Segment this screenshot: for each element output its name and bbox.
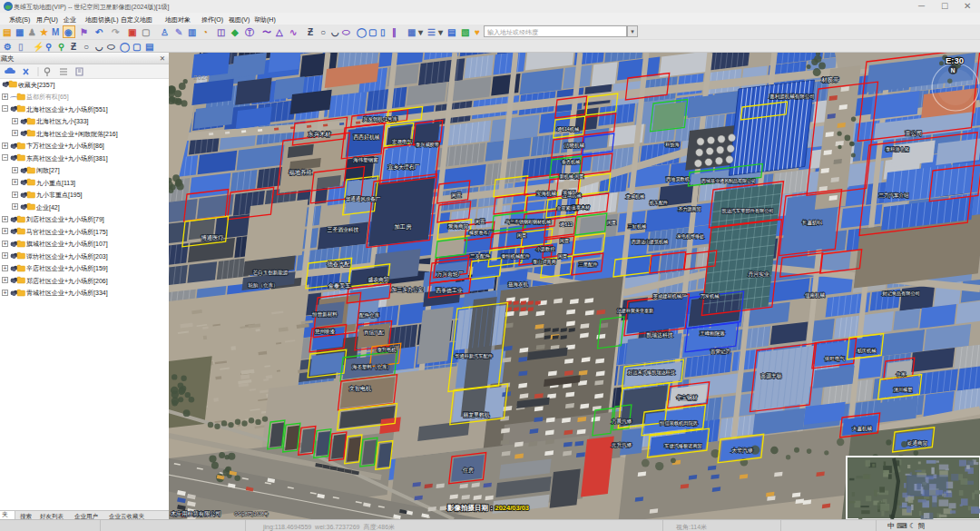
svg-text:盛农商贸: 盛农商贸 [368,276,388,283]
svg-text:元升汽修: 元升汽修 [612,442,632,448]
svg-text:轮胎（仓库）: 轮胎（仓库） [249,282,279,289]
svg-text:三缸机械: 三缸机械 [628,223,646,229]
svg-text:闲置: 闲置 [558,253,567,260]
svg-text:凯达汽车零部件有限公司: 凯达汽车零部件有限公司 [721,208,773,214]
svg-text:加工房: 加工房 [395,223,413,230]
svg-text:新机械·闲置: 新机械·闲置 [560,173,584,180]
svg-text:泰升电机: 泰升电机 [377,347,397,353]
svg-text:文智电机: 文智电机 [349,385,371,392]
svg-text:福地养殖: 福地养殖 [289,169,312,176]
svg-text:配件仓库: 配件仓库 [359,312,380,319]
svg-text:车捷汽修极诺商贸: 车捷汽修极诺商贸 [664,443,702,449]
svg-text:西事德工业: 西事德工业 [436,287,463,294]
svg-text:住家: 住家 [897,371,906,377]
svg-text:泰兴威胶带: 泰兴威胶带 [416,142,439,148]
svg-text:金泰叉车: 金泰叉车 [328,282,351,289]
svg-text:芒白玉创新能源: 芒白玉创新能源 [253,270,289,276]
svg-text:备杏机械: 备杏机械 [562,159,580,165]
svg-text:法建科聚美亚泰新: 法建科聚美亚泰新 [617,308,653,314]
svg-text:财记食品有限公司: 财记食品有限公司 [882,290,920,297]
svg-text:华通科新汽车配件: 华通科新汽车配件 [455,353,493,359]
svg-text:佳南机械: 佳南机械 [805,292,826,299]
svg-text:清川橡塑: 清川橡塑 [894,387,913,393]
svg-text:闲置: 闲置 [452,192,463,199]
svg-text:泰山贞青商: 泰山贞青商 [533,259,556,265]
svg-text:三圣酒业科技: 三圣酒业科技 [328,227,359,233]
svg-text:发电机维修处: 发电机维修处 [677,233,704,240]
svg-text:龙威机械: 龙威机械 [626,193,644,199]
svg-text:加三多办公室: 加三多办公室 [392,287,424,292]
svg-text:大华汽修: 大华汽修 [731,447,752,454]
svg-text:三力汽车介绍: 三力汽车介绍 [879,192,910,199]
svg-text:宜乡大理石厂: 宜乡大理石厂 [388,163,420,171]
svg-text:东兴木材: 东兴木材 [308,131,331,138]
svg-text:英成建材机械厂: 英成建材机械厂 [653,293,687,300]
svg-text:西源达山建筑机械: 西源达山建筑机械 [632,239,668,245]
svg-text:蓝泰木材: 蓝泰木材 [572,204,590,211]
svg-text:橡胶卷布厂: 橡胶卷布厂 [469,230,494,235]
svg-text:通614机械: 通614机械 [557,126,580,132]
svg-text:屹通商贸: 屹通商贸 [907,439,928,446]
svg-text:闲置: 闲置 [517,232,526,239]
svg-text:三友配件: 三友配件 [470,253,491,260]
svg-text:GS(2875)1638号: GS(2875)1638号 [234,511,269,516]
svg-text:航庆机械: 航庆机械 [858,348,877,354]
svg-text:住房: 住房 [463,467,474,473]
svg-text:科纺海: 科纺海 [665,142,680,148]
svg-text:首荣记力: 首荣记力 [710,349,730,354]
svg-text:2024: 2024 [193,74,210,82]
svg-text:闲置: 闲置 [475,219,486,225]
svg-text:影像拍摄日期：2024/03/03: 影像拍摄日期：2024/03/03 [446,504,529,512]
svg-text:洁晓机械: 洁晓机械 [564,143,585,149]
svg-text:德春汽配: 德春汽配 [327,261,350,268]
svg-text:万发机械: 万发机械 [701,293,720,299]
svg-text:华通通风设备厂: 华通通风设备厂 [346,195,381,202]
svg-text:恒信装载机田院落: 恒信装载机田院落 [659,420,698,427]
svg-text:凯瑞达科技: 凯瑞达科技 [647,332,673,339]
svg-text:泰科港仓储: 泰科港仓储 [886,146,909,152]
svg-text:三星配件: 三星配件 [579,261,599,268]
svg-text:万兴齿轮厂: 万兴齿轮厂 [437,271,464,278]
svg-text:西城基业通风制品有限公司: 西城基业通风制品有限公司 [701,178,756,184]
svg-text:小选数控: 小选数控 [536,246,556,252]
svg-text:丹河实业: 丹河实业 [748,271,769,278]
svg-text:百信汽配: 百信汽配 [364,329,385,336]
svg-text:乌兰不锈钢彩钢材机械: 乌兰不锈钢彩钢材机械 [505,219,551,225]
svg-text:富源丰杨: 富源丰杨 [760,372,781,379]
svg-text:长鑫纺织: 长鑫纺织 [802,220,823,226]
svg-text:依旺电气: 依旺电气 [824,356,846,361]
svg-text:木应用租赁有限公司: 木应用租赁有限公司 [171,510,221,517]
svg-text:闲置: 闲置 [607,220,616,226]
svg-text:宝海机械: 宝海机械 [536,191,557,197]
svg-text:齐力源商贸: 齐力源商贸 [679,206,701,211]
svg-text:秦恒机械配件: 秦恒机械配件 [501,253,530,260]
svg-text:西西好机械: 西西好机械 [354,133,380,141]
svg-text:E:30: E:30 [946,55,964,65]
svg-text:大鑫机械: 大鑫机械 [852,426,873,432]
svg-text:机车配件: 机车配件 [650,200,668,206]
svg-text:聚海商贸: 聚海商贸 [448,223,469,230]
svg-text:通613: 通613 [560,221,573,227]
svg-text:萱公司: 萱公司 [906,130,923,136]
svg-text:慧州喷漆: 慧州喷漆 [314,329,336,335]
svg-text:西迪昊数机: 西迪昊数机 [666,176,691,182]
svg-text:材胶带: 材胶带 [821,76,839,84]
svg-text:嘉利源机械有限公司: 嘉利源机械有限公司 [769,93,815,100]
svg-text:海伟塑钢窗: 海伟塑钢窗 [353,157,378,163]
svg-text:装修队: 装修队 [563,190,577,195]
svg-text:方晨汽修: 方晨汽修 [612,418,632,425]
svg-text:N: N [951,67,956,74]
svg-text:王峰刚院落: 王峰刚院落 [700,330,725,337]
svg-text:益海农机: 益海农机 [508,281,529,288]
svg-text:闲置: 闲置 [560,238,569,244]
svg-text:恒音新材料: 恒音新材料 [311,311,338,318]
svg-text:好运来汽修凯瑞达科技: 好运来汽修凯瑞达科技 [628,369,676,376]
svg-text:博通医疗: 博通医疗 [201,234,223,241]
svg-text:海圣塑料（仓库）: 海圣塑料（仓库） [352,364,392,370]
svg-text:兴发饲机-1号库: 兴发饲机-1号库 [363,116,397,123]
svg-text:宏晟电气: 宏晟电气 [392,139,413,144]
svg-text:丽龙昊数机: 丽龙昊数机 [464,411,490,418]
svg-text:华宝钢材: 华宝钢材 [676,394,697,401]
